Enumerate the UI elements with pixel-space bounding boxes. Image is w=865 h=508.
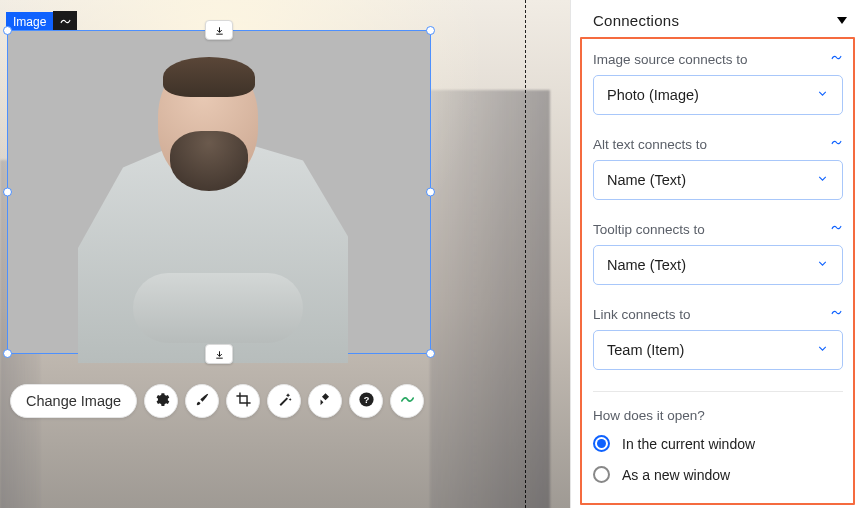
field-label: Link connects to [593,307,691,322]
radio-on-icon [593,435,610,452]
connections-panel: Connections Image source connects to Pho… [570,0,865,508]
field-label: Image source connects to [593,52,748,67]
divider [593,391,843,392]
image-toolbar: Change Image ? [10,384,424,418]
background-building-right [430,90,550,508]
field-image-source: Image source connects to Photo (Image) [593,51,843,115]
select-value: Name (Text) [607,257,686,273]
data-connection-button[interactable] [390,384,424,418]
vertical-guide [525,0,526,508]
animation-button[interactable] [308,384,342,418]
image-source-select[interactable]: Photo (Image) [593,75,843,115]
element-tag: Image [6,11,77,32]
crop-icon [235,391,252,411]
crop-button[interactable] [226,384,260,418]
radio-off-icon [593,466,610,483]
panel-header[interactable]: Connections [571,0,865,41]
chevron-down-icon [816,342,829,358]
chevron-down-icon [816,257,829,273]
select-value: Team (Item) [607,342,684,358]
editor-canvas[interactable]: Image Change Image [0,0,570,508]
filters-button[interactable] [267,384,301,418]
design-button[interactable] [185,384,219,418]
chevron-down-icon [816,172,829,188]
settings-button[interactable] [144,384,178,418]
selected-image[interactable] [7,30,431,354]
link-select[interactable]: Team (Item) [593,330,843,370]
help-button[interactable]: ? [349,384,383,418]
resize-handle-ml[interactable] [3,188,12,197]
resize-handle-bl[interactable] [3,349,12,358]
field-label: Tooltip connects to [593,222,705,237]
image-content [8,31,430,353]
element-tag-label: Image [6,12,53,32]
stretch-top-button[interactable] [205,20,233,40]
tooltip-select[interactable]: Name (Text) [593,245,843,285]
collapse-icon [837,17,847,24]
gear-icon [153,391,170,411]
dataset-link-icon[interactable] [830,221,843,237]
stretch-bottom-button[interactable] [205,344,233,364]
radio-label: In the current window [622,436,755,452]
dataset-link-icon [53,11,77,32]
alt-text-select[interactable]: Name (Text) [593,160,843,200]
resize-handle-br[interactable] [426,349,435,358]
magic-wand-icon [276,391,293,411]
dataset-link-icon[interactable] [830,306,843,322]
field-label: Alt text connects to [593,137,707,152]
dataset-link-icon[interactable] [830,136,843,152]
select-value: Name (Text) [607,172,686,188]
dataset-link-icon[interactable] [830,51,843,67]
resize-handle-tl[interactable] [3,26,12,35]
open-new-window-option[interactable]: As a new window [593,466,843,483]
open-question-label: How does it open? [593,408,843,423]
open-current-window-option[interactable]: In the current window [593,435,843,452]
animation-icon [317,391,334,411]
paintbrush-icon [194,391,211,411]
chevron-down-icon [816,87,829,103]
svg-text:?: ? [363,395,369,405]
change-image-button[interactable]: Change Image [10,384,137,418]
panel-title: Connections [593,12,679,29]
dataset-link-icon [399,391,416,411]
field-alt-text: Alt text connects to Name (Text) [593,136,843,200]
help-icon: ? [358,391,375,411]
field-link: Link connects to Team (Item) [593,306,843,370]
resize-handle-mr[interactable] [426,188,435,197]
radio-label: As a new window [622,467,730,483]
field-tooltip: Tooltip connects to Name (Text) [593,221,843,285]
resize-handle-tr[interactable] [426,26,435,35]
select-value: Photo (Image) [607,87,699,103]
